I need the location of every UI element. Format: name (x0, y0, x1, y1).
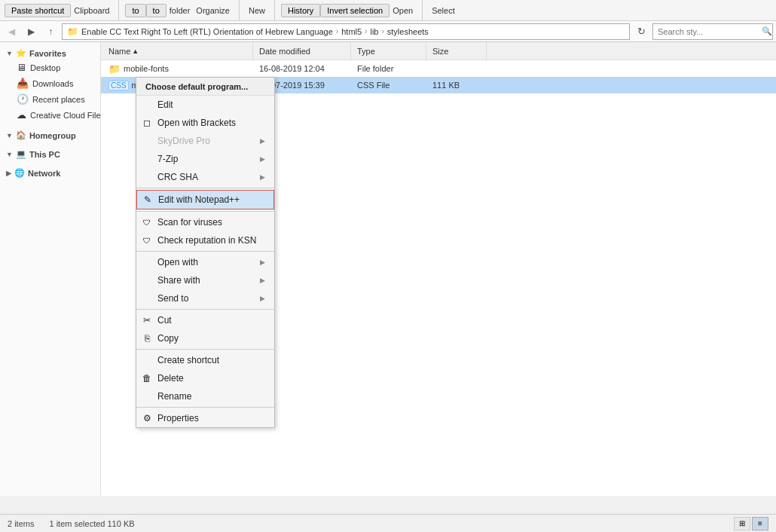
ctx-scan-viruses[interactable]: 🛡 Scan for viruses (136, 213, 274, 231)
skydrive-arrow-icon: ▶ (260, 137, 265, 145)
7zip-arrow-icon: ▶ (260, 155, 265, 163)
col-header-type[interactable]: Type (351, 42, 426, 60)
sidebar-item-desktop[interactable]: 🖥 Desktop (0, 60, 100, 75)
forward-button[interactable]: ▶ (23, 23, 39, 40)
search-input[interactable] (658, 27, 762, 36)
sep-1: › (336, 27, 338, 35)
ctx-sep-2 (136, 211, 274, 212)
paste-shortcut-button[interactable]: Paste shortcut (5, 4, 71, 17)
invert-selection-button[interactable]: Invert selection (320, 4, 390, 17)
search-icon: 🔍 (762, 26, 772, 36)
sep-2: › (365, 27, 367, 35)
favorites-arrow: ▼ (6, 50, 13, 57)
ctx-open-brackets-label: Open with Brackets (157, 118, 236, 128)
ctx-delete[interactable]: 🗑 Delete (136, 369, 274, 387)
large-icons-view-button[interactable]: ⊞ (734, 517, 750, 530)
crumb-3[interactable]: lib (370, 27, 378, 36)
refresh-button[interactable]: ↻ (633, 23, 649, 40)
address-bar: ◀ ▶ ↑ 📁 Enable CC Text Right To Left (RT… (0, 21, 776, 42)
crumb-4[interactable]: stylesheets (387, 27, 429, 36)
desktop-icon: 🖥 (17, 62, 26, 73)
col-header-date[interactable]: Date modified (253, 42, 351, 60)
crumb-1[interactable]: Enable CC Text Right To Left (RTL) Orien… (81, 27, 333, 36)
ctx-edit[interactable]: Edit (136, 96, 274, 114)
ctx-cut-label: Cut (157, 315, 172, 326)
ctx-open-with-label: Open with (157, 257, 198, 268)
ctx-copy-label: Copy (157, 333, 179, 344)
col-type-label: Type (357, 47, 375, 56)
ctx-open-with[interactable]: Open with ▶ (136, 253, 274, 271)
ctx-crc-sha[interactable]: CRC SHA ▶ (136, 168, 274, 186)
ctx-header[interactable]: Choose default program... (136, 78, 274, 96)
thispc-arrow: ▼ (6, 151, 13, 158)
ctx-edit-notepad[interactable]: ✎ Edit with Notepad++ (136, 190, 274, 209)
sidebar-item-downloads[interactable]: 📥 Downloads (0, 75, 100, 91)
ctx-7zip[interactable]: 7-Zip ▶ (136, 150, 274, 168)
file-size-cell: 111 KB (426, 81, 487, 90)
history-button[interactable]: History (281, 4, 320, 17)
homegroup-header[interactable]: ▼ 🏠 Homegroup (0, 127, 100, 142)
column-headers: Name ▲ Date modified Type Size (101, 42, 776, 60)
favorites-icon: ⭐ (16, 48, 26, 58)
ctx-cut[interactable]: ✂ Cut (136, 311, 274, 329)
file-type-cell: File folder (351, 64, 426, 73)
send-to-arrow-icon: ▶ (260, 295, 265, 302)
selected-info: 1 item selected 110 KB (49, 519, 134, 528)
properties-icon: ⚙ (141, 412, 153, 424)
creative-cloud-label: Creative Cloud Files (30, 111, 101, 120)
ctx-properties[interactable]: ⚙ Properties (136, 409, 274, 427)
ctx-share-with[interactable]: Share with ▶ (136, 271, 274, 289)
ctx-skydrive-label: SkyDrive Pro (157, 136, 210, 146)
up-button[interactable]: ↑ (42, 23, 59, 40)
cut-icon: ✂ (141, 314, 153, 326)
folder-label: folder (167, 6, 194, 15)
favorites-header[interactable]: ▼ ⭐ Favorites (0, 45, 100, 60)
file-date-cell: 16-08-2019 12:04 (253, 64, 351, 73)
back-button[interactable]: ◀ (3, 23, 20, 40)
details-view-button[interactable]: ≡ (752, 517, 768, 530)
sidebar-item-creative-cloud[interactable]: ☁ Creative Cloud Files (0, 107, 100, 123)
main-layout: ▼ ⭐ Favorites 🖥 Desktop 📥 Downloads 🕐 Re… (0, 42, 776, 496)
check-reputation-icon: 🛡 (141, 234, 153, 246)
view-buttons: ⊞ ≡ (734, 517, 768, 530)
network-icon: 🌐 (14, 168, 25, 178)
ctx-properties-label: Properties (157, 413, 199, 423)
search-box[interactable]: 🔍 (652, 23, 773, 40)
col-header-name[interactable]: Name ▲ (102, 42, 253, 60)
scan-virus-icon: 🛡 (141, 216, 153, 228)
address-path[interactable]: 📁 Enable CC Text Right To Left (RTL) Ori… (62, 23, 630, 40)
send-to-icon (141, 292, 153, 304)
file-name-cell: 📁 mobile-fonts (102, 63, 253, 75)
file-type: File folder (357, 64, 393, 73)
col-header-size[interactable]: Size (426, 42, 487, 60)
ctx-open-brackets[interactable]: ◻ Open with Brackets (136, 114, 274, 132)
ctx-send-to[interactable]: Send to ▶ (136, 289, 274, 307)
ctx-check-reputation[interactable]: 🛡 Check reputation in KSN (136, 231, 274, 249)
context-menu: Choose default program... Edit ◻ Open wi… (136, 77, 275, 428)
to-button-2[interactable]: to (146, 4, 167, 17)
file-type: CSS File (357, 81, 390, 90)
ctx-send-to-label: Send to (157, 293, 188, 304)
file-type-cell: CSS File (351, 81, 426, 90)
ctx-create-shortcut[interactable]: Create shortcut (136, 351, 274, 369)
organize-group: to to folder Organize (125, 0, 240, 20)
ctx-sep-6 (136, 407, 274, 408)
share-with-arrow-icon: ▶ (260, 277, 265, 284)
ctx-skydrive-pro[interactable]: SkyDrive Pro ▶ (136, 132, 274, 150)
skydrive-icon (141, 135, 153, 147)
ctx-7zip-label: 7-Zip (157, 154, 178, 164)
table-row[interactable]: 📁 mobile-fonts 16-08-2019 12:04 File fol… (101, 60, 776, 77)
ctx-sep-5 (136, 349, 274, 350)
ctx-rename[interactable]: Rename (136, 387, 274, 405)
thispc-header[interactable]: ▼ 💻 This PC (0, 146, 100, 161)
creative-cloud-icon: ☁ (17, 109, 26, 121)
to-button-1[interactable]: to (125, 4, 145, 17)
network-header[interactable]: ▶ 🌐 Network (0, 165, 100, 179)
sidebar-item-recent-places[interactable]: 🕐 Recent places (0, 91, 100, 107)
crumb-2[interactable]: html5 (341, 27, 362, 36)
open-with-arrow-icon: ▶ (260, 258, 265, 266)
edit-icon (141, 99, 153, 111)
brackets-icon: ◻ (141, 117, 153, 129)
ctx-copy[interactable]: ⎘ Copy (136, 329, 274, 347)
recent-places-label: Recent places (32, 95, 85, 104)
